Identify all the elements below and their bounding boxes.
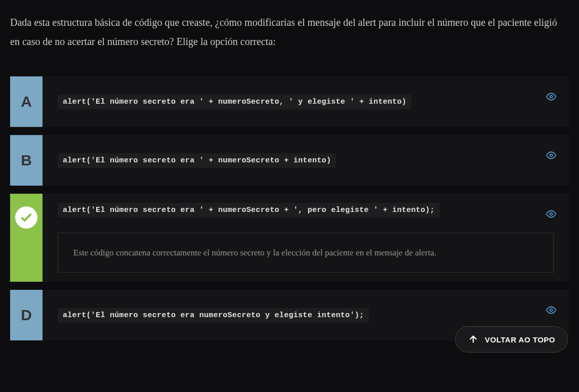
question-container: Dada esta estructura básica de código qu…	[0, 0, 579, 351]
code-block-c: alert('El número secreto era ' + numeroS…	[58, 203, 440, 217]
option-content-c: alert('El número secreto era ' + numeroS…	[43, 194, 569, 282]
option-c-correct[interactable]: alert('El número secreto era ' + numeroS…	[10, 194, 569, 282]
options-container: A alert('El número secreto era ' + numer…	[10, 76, 569, 340]
svg-point-0	[550, 96, 553, 98]
eye-icon[interactable]	[546, 92, 556, 104]
option-a[interactable]: A alert('El número secreto era ' + numer…	[10, 76, 569, 127]
option-content-a: alert('El número secreto era ' + numeroS…	[43, 76, 569, 127]
svg-point-3	[550, 309, 553, 312]
code-block-b: alert('El número secreto era ' + numeroS…	[58, 153, 336, 168]
eye-icon[interactable]	[546, 150, 556, 162]
option-label-b: B	[10, 135, 43, 186]
check-icon	[15, 206, 37, 229]
option-b[interactable]: B alert('El número secreto era ' + numer…	[10, 135, 569, 186]
option-content-b: alert('El número secreto era ' + numeroS…	[43, 135, 569, 186]
eye-icon[interactable]	[546, 305, 556, 317]
svg-point-2	[550, 213, 553, 215]
svg-point-1	[550, 154, 553, 157]
question-text: Dada esta estructura básica de código qu…	[10, 13, 569, 51]
back-to-top-label: VOLTAR AO TOPO	[485, 335, 555, 344]
eye-icon[interactable]	[546, 209, 556, 221]
option-label-correct	[10, 194, 43, 282]
option-label-a: A	[10, 76, 43, 127]
back-to-top-button[interactable]: VOLTAR AO TOPO	[455, 326, 568, 353]
code-block-a: alert('El número secreto era ' + numeroS…	[58, 95, 411, 109]
explanation-box: Este código concatena correctamente el n…	[58, 233, 554, 273]
option-label-d: D	[10, 290, 43, 340]
code-block-d: alert('El número secreto era numeroSecre…	[58, 308, 369, 323]
arrow-up-icon	[468, 334, 479, 345]
